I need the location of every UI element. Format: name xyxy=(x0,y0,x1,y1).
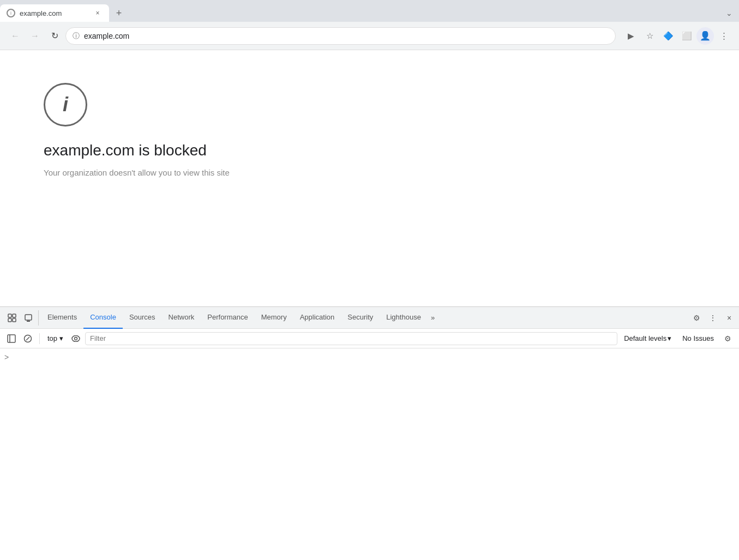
nav-bar: ← → ↻ ⓘ example.com ▶ ☆ 🔷 ⬜ 👤 ⋮ xyxy=(0,22,739,50)
devtools-more-options-button[interactable]: ⋮ xyxy=(705,310,720,326)
tab-lighthouse[interactable]: Lighthouse xyxy=(380,307,428,329)
bookmark-button[interactable]: ☆ xyxy=(641,27,658,45)
tab-memory[interactable]: Memory xyxy=(255,307,293,329)
tab-close-button[interactable]: × xyxy=(93,8,103,18)
devtools-close-button[interactable]: × xyxy=(722,310,737,326)
inspect-element-icon[interactable] xyxy=(4,310,20,326)
tab-security[interactable]: Security xyxy=(341,307,380,329)
tab-bar-chevron-icon[interactable]: ⌄ xyxy=(724,7,735,20)
chrome-menu-button[interactable]: ⋮ xyxy=(715,27,732,45)
profile-button[interactable]: 👤 xyxy=(696,27,714,45)
devtools-tab-bar: Elements Console Sources Network Perform… xyxy=(0,307,739,329)
active-tab[interactable]: i example.com × xyxy=(0,4,109,22)
split-tab-button[interactable]: ⬜ xyxy=(678,27,695,45)
console-filter-input[interactable] xyxy=(85,332,617,345)
tab-favicon: i xyxy=(7,9,15,17)
console-prompt-line[interactable]: > xyxy=(0,351,739,364)
console-toolbar: top ▾ Default levels ▾ No Issues ⚙ xyxy=(0,329,739,348)
devtools-tab-icons xyxy=(2,310,39,326)
tab-bar-right: ⌄ xyxy=(724,7,739,20)
no-issues-badge[interactable]: No Issues xyxy=(678,333,718,344)
devtools-panel: Elements Console Sources Network Perform… xyxy=(0,306,739,560)
reload-button[interactable]: ↻ xyxy=(46,27,63,45)
svg-rect-1 xyxy=(8,318,11,322)
console-body: > xyxy=(0,348,739,560)
svg-rect-4 xyxy=(25,315,32,320)
tab-title: example.com xyxy=(20,9,88,17)
console-prompt-arrow: > xyxy=(4,353,9,362)
console-clear-button[interactable] xyxy=(21,332,35,346)
tab-network[interactable]: Network xyxy=(162,307,201,329)
eye-button[interactable] xyxy=(69,332,83,346)
more-tabs-button[interactable]: » xyxy=(428,309,438,326)
context-dropdown-label: top xyxy=(47,334,57,342)
svg-point-10 xyxy=(72,335,80,341)
info-circle-icon: i xyxy=(44,83,87,127)
new-tab-button[interactable]: + xyxy=(111,5,127,21)
address-info-icon: ⓘ xyxy=(73,31,80,41)
forward-button[interactable]: → xyxy=(26,27,44,45)
nav-actions: ▶ ☆ 🔷 ⬜ 👤 ⋮ xyxy=(622,27,732,45)
tab-elements[interactable]: Elements xyxy=(41,307,83,329)
tab-sources[interactable]: Sources xyxy=(123,307,162,329)
default-levels-arrow: ▾ xyxy=(668,334,671,342)
svg-rect-3 xyxy=(13,318,16,322)
device-toolbar-icon[interactable] xyxy=(21,310,36,326)
blocked-subtitle: Your organization doesn't allow you to v… xyxy=(44,168,230,177)
default-levels-dropdown[interactable]: Default levels ▾ xyxy=(620,333,676,344)
cast-button[interactable]: ▶ xyxy=(622,27,640,45)
svg-rect-5 xyxy=(27,321,30,322)
back-button[interactable]: ← xyxy=(7,27,24,45)
devtools-settings-button[interactable]: ⚙ xyxy=(689,310,704,326)
tab-application[interactable]: Application xyxy=(293,307,341,329)
extension-button[interactable]: 🔷 xyxy=(659,27,677,45)
devtools-tab-actions: ⚙ ⋮ × xyxy=(689,310,737,326)
page-content: i example.com is blocked Your organizati… xyxy=(0,50,739,306)
tab-bar: i example.com × + ⌄ xyxy=(0,0,739,22)
context-dropdown-arrow: ▾ xyxy=(59,334,63,342)
default-levels-label: Default levels xyxy=(624,334,666,342)
tab-console[interactable]: Console xyxy=(83,307,123,329)
console-settings-button[interactable]: ⚙ xyxy=(720,332,735,346)
context-dropdown[interactable]: top ▾ xyxy=(44,333,67,344)
console-sidebar-button[interactable] xyxy=(4,332,19,346)
svg-line-9 xyxy=(26,337,29,340)
toolbar-separator xyxy=(39,333,40,344)
address-text: example.com xyxy=(84,32,609,40)
address-bar[interactable]: ⓘ example.com xyxy=(65,27,616,45)
blocked-title: example.com is blocked xyxy=(44,142,207,159)
svg-point-11 xyxy=(75,337,77,340)
browser-chrome: i example.com × + ⌄ ← → ↻ ⓘ example.com … xyxy=(0,0,739,50)
svg-rect-6 xyxy=(8,335,15,342)
svg-rect-0 xyxy=(8,314,11,317)
svg-rect-2 xyxy=(13,314,16,317)
no-issues-label: No Issues xyxy=(682,334,714,342)
tab-performance[interactable]: Performance xyxy=(201,307,254,329)
